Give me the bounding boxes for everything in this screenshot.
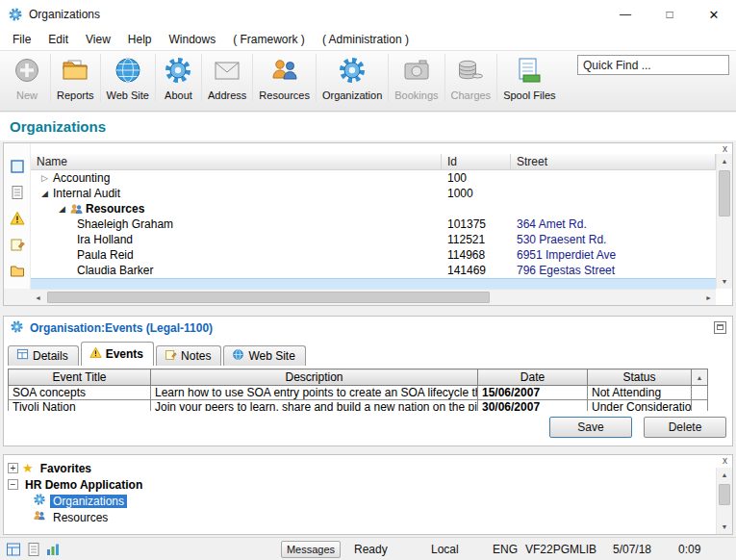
quick-find-input[interactable] (577, 55, 729, 75)
document-view-icon[interactable] (10, 185, 25, 203)
events-table-wrap: Event Title Description Date Status ▲ SO… (8, 369, 708, 411)
toolbar-website-button[interactable]: Web Site (100, 54, 155, 102)
scrollbar-thumb[interactable] (719, 170, 730, 216)
column-header-id[interactable]: Id (442, 154, 511, 169)
events-col-description[interactable]: Description (151, 369, 478, 386)
column-header-street[interactable]: Street (511, 154, 716, 169)
tab-details[interactable]: Details (8, 345, 79, 366)
toolbar-charges-button[interactable]: Charges (444, 54, 497, 102)
cell-name: Shaeleigh Graham (75, 216, 173, 232)
cell-street (511, 201, 716, 216)
expander-expanded-icon[interactable]: ◢ (38, 186, 51, 201)
star-icon: ★ (22, 462, 34, 474)
menu-view[interactable]: View (77, 29, 119, 50)
toolbar-about-button[interactable]: About (155, 54, 201, 102)
toolbar-spoolfiles-button[interactable]: Spool Files (496, 54, 561, 102)
vertical-scrollbar[interactable]: ▲ ▼ (716, 468, 732, 534)
grid-row-person[interactable]: Claudia Barker 141469 796 Egestas Street (31, 263, 716, 278)
menu-edit[interactable]: Edit (39, 29, 77, 50)
event-row[interactable]: Tivoli Nation Join your peers to learn, … (9, 400, 708, 412)
expander-expanded-icon[interactable]: ◢ (56, 201, 68, 216)
scrollbar-thumb[interactable] (719, 484, 730, 505)
horizontal-scrollbar[interactable]: ◄ ► (31, 289, 716, 305)
tree-item-hr-demo-application[interactable]: − HR Demo Application (8, 476, 713, 493)
panel-close-icon[interactable]: x (723, 143, 727, 154)
minimize-button[interactable]: — (603, 0, 647, 29)
toolbar-bookings-button[interactable]: Bookings (388, 54, 444, 102)
tree-label: Organizations (50, 495, 127, 508)
tree-item-resources[interactable]: Resources (8, 509, 713, 525)
folder-view-icon[interactable] (10, 263, 25, 281)
table-scroll-track[interactable] (692, 400, 708, 412)
globe-icon (232, 348, 244, 364)
cell-id: 141469 (442, 263, 511, 278)
grid-row-resources-group[interactable]: ◢Resources (31, 201, 716, 216)
grid-rows: ▷Accounting 100 ◢Internal Audit 1000 ◢Re… (31, 170, 716, 278)
document-icon[interactable] (26, 542, 41, 557)
globe-icon (113, 55, 143, 89)
notes-view-icon[interactable] (10, 237, 25, 255)
grid-row-accounting[interactable]: ▷Accounting 100 (31, 170, 716, 186)
toolbar-resources-button[interactable]: Resources (252, 54, 316, 102)
table-scroll-up-icon[interactable]: ▲ (692, 369, 708, 386)
status-bar: Messages Ready Local ENG VF22PGMLIB 5/07… (0, 537, 736, 560)
panel-close-icon[interactable]: x (723, 455, 727, 466)
scroll-up-icon[interactable]: ▲ (717, 154, 732, 168)
expand-plus-icon[interactable]: + (8, 463, 18, 473)
maximize-button[interactable]: □ (647, 0, 692, 29)
scroll-right-icon[interactable]: ► (701, 290, 716, 306)
menu-file[interactable]: File (4, 29, 39, 50)
delete-button[interactable]: Delete (644, 417, 726, 438)
status-language: ENG (493, 538, 518, 560)
grid-row-person[interactable]: Shaeleigh Graham 101375 364 Amet Rd. (31, 216, 716, 232)
tab-website[interactable]: Web Site (223, 345, 305, 366)
scroll-down-icon[interactable]: ▼ (717, 520, 732, 534)
event-title: SOA concepts (9, 386, 151, 400)
gear-icon (33, 493, 46, 509)
table-scroll-track[interactable] (692, 386, 708, 400)
status-library: VF22PGMLIB (525, 538, 596, 560)
events-col-title[interactable]: Event Title (9, 369, 151, 386)
panel-maximize-icon[interactable] (714, 321, 726, 334)
scrollbar-thumb[interactable] (47, 292, 490, 303)
tree-item-favorites[interactable]: + ★ Favorites (8, 460, 713, 476)
events-warning-icon[interactable] (10, 211, 25, 229)
tab-events[interactable]: Events (81, 342, 154, 366)
toolbar-address-button[interactable]: Address (201, 54, 252, 102)
chart-icon[interactable] (45, 542, 61, 557)
events-col-status[interactable]: Status (588, 369, 692, 386)
window-grid-icon[interactable] (6, 542, 21, 557)
details-view-icon[interactable] (10, 159, 25, 177)
menu-bar: File Edit View Help Windows ( Framework … (0, 29, 736, 50)
toolbar-new-button[interactable]: New (4, 54, 50, 102)
vertical-scrollbar[interactable]: ▲ ▼ (716, 154, 732, 289)
status-time: 0:09 (678, 538, 700, 560)
events-col-date[interactable]: Date (478, 369, 588, 386)
scroll-up-icon[interactable]: ▲ (717, 468, 732, 482)
menu-help[interactable]: Help (119, 29, 161, 50)
scroll-down-icon[interactable]: ▼ (717, 274, 732, 289)
collapse-minus-icon[interactable]: − (8, 479, 18, 490)
tab-notes[interactable]: Notes (156, 345, 221, 366)
event-row[interactable]: SOA concepts Learn how to use SOA entry … (9, 386, 708, 400)
close-button[interactable]: ✕ (692, 0, 736, 29)
grid-row-internal-audit[interactable]: ◢Internal Audit 1000 (31, 186, 716, 201)
menu-administration[interactable]: ( Administration ) (314, 29, 418, 50)
grid-row-person[interactable]: Paula Reid 114968 6951 Imperdiet Ave (31, 247, 716, 263)
cell-street (511, 186, 716, 201)
cell-id: 100 (442, 170, 511, 186)
tree-item-organizations[interactable]: Organizations (8, 493, 713, 509)
toolbar-organization-button[interactable]: Organization (316, 54, 388, 102)
messages-button[interactable]: Messages (281, 541, 341, 558)
events-buttons: Save Delete (549, 417, 726, 438)
column-header-name[interactable]: Name (31, 154, 442, 169)
save-button[interactable]: Save (549, 417, 632, 438)
expander-collapsed-icon[interactable]: ▷ (38, 170, 51, 186)
scroll-left-icon[interactable]: ◄ (31, 290, 45, 306)
grid-row-person[interactable]: Ira Holland 112521 530 Praesent Rd. (31, 232, 716, 247)
menu-framework[interactable]: ( Framework ) (224, 29, 314, 50)
toolbar-reports-button[interactable]: Reports (50, 54, 100, 102)
menu-windows[interactable]: Windows (161, 29, 225, 50)
folder-icon (60, 55, 90, 89)
form-icon (16, 348, 29, 364)
